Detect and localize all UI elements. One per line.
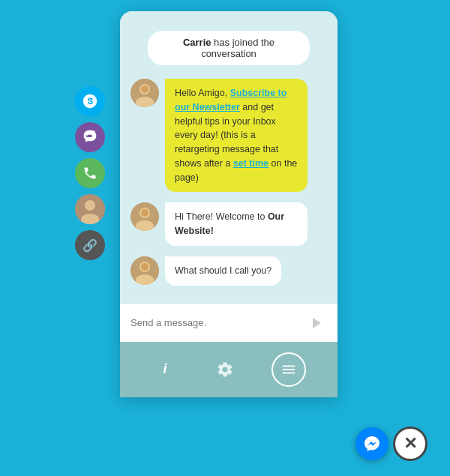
newsletter-link[interactable]: Subscribe to our Newsletter [175, 88, 286, 112]
bottom-buttons: ✕ [356, 427, 428, 461]
chat-messages: Hello Amigo, Subscribe to our Newsletter… [120, 79, 338, 304]
sidebar-item-link[interactable]: 🔗 [75, 230, 105, 260]
sidebar-item-phone[interactable] [75, 158, 105, 188]
sidebar: 🔗 [75, 86, 105, 260]
bubble-1: Hello Amigo, Subscribe to our Newsletter… [165, 79, 308, 192]
set-time-link[interactable]: set time [233, 158, 268, 169]
message-input[interactable] [130, 317, 304, 328]
svg-point-14 [141, 263, 148, 271]
chat-toolbar: i [120, 342, 338, 397]
chat-input-row [120, 304, 338, 342]
sidebar-item-skype[interactable] [75, 86, 105, 116]
sidebar-item-avatar[interactable] [75, 194, 105, 224]
bubble-3: What should I call you? [165, 256, 281, 286]
settings-button[interactable] [212, 356, 238, 383]
menu-button[interactable] [272, 352, 306, 387]
join-notification: Carrie has joined the conversation [148, 31, 310, 65]
avatar-1 [130, 79, 159, 107]
messenger-button[interactable] [356, 427, 388, 460]
info-button[interactable]: i [152, 356, 178, 383]
chat-widget: Carrie has joined the conversation Hello… [120, 11, 338, 397]
avatar-3 [130, 256, 159, 285]
message-row-2: Hi There! Welcome to Our Website! [130, 202, 327, 246]
bubble-2: Hi There! Welcome to Our Website! [165, 202, 308, 246]
sidebar-item-viber[interactable] [75, 122, 105, 152]
svg-point-10 [141, 209, 148, 217]
message-row-3: What should I call you? [130, 256, 327, 286]
close-button[interactable]: ✕ [393, 427, 428, 461]
join-text: has joined the conversation [201, 37, 274, 59]
svg-point-6 [141, 85, 148, 93]
avatar-2 [130, 202, 159, 231]
join-name: Carrie [183, 37, 212, 48]
message-row: Hello Amigo, Subscribe to our Newsletter… [130, 79, 327, 192]
svg-point-1 [85, 200, 95, 211]
send-button[interactable] [304, 312, 327, 334]
